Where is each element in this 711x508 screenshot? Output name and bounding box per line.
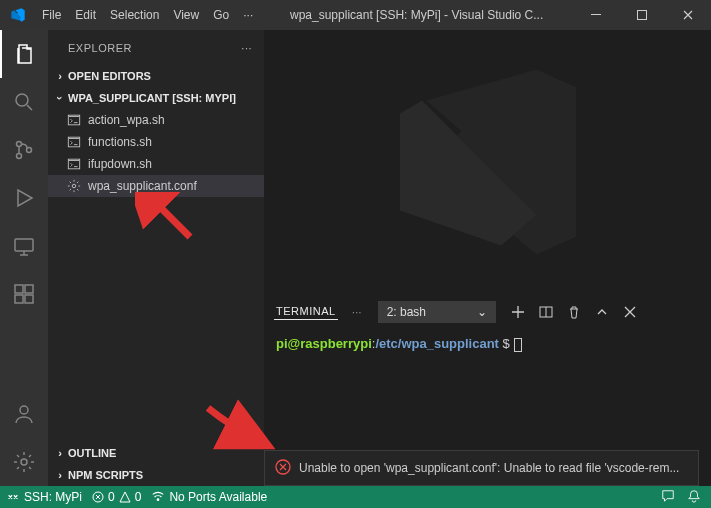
file-name: functions.sh: [88, 135, 152, 149]
vscode-logo-icon: [0, 7, 35, 23]
svg-point-12: [21, 459, 27, 465]
sidebar-title: EXPLORER: [68, 42, 132, 54]
svg-rect-1: [638, 11, 647, 20]
menu-go[interactable]: Go: [206, 0, 236, 30]
warning-count: 0: [135, 490, 142, 504]
chevron-down-icon: ⌄: [477, 305, 487, 319]
new-terminal-button[interactable]: [506, 305, 530, 319]
window-title: wpa_supplicant [SSH: MyPi] - Visual Stud…: [260, 8, 573, 22]
menu-edit[interactable]: Edit: [68, 0, 103, 30]
file-row-selected[interactable]: wpa_supplicant.conf: [48, 175, 264, 197]
shell-file-icon: [66, 135, 82, 149]
open-editors-section[interactable]: › OPEN EDITORS: [48, 65, 264, 87]
explorer-view-icon[interactable]: [0, 30, 48, 78]
file-name: action_wpa.sh: [88, 113, 165, 127]
section-label: OUTLINE: [68, 447, 116, 459]
status-bar: SSH: MyPi 0 0 No Ports Available: [0, 486, 711, 508]
file-row[interactable]: functions.sh: [48, 131, 264, 153]
chevron-right-icon: ›: [52, 70, 68, 82]
terminal-prompt-path: /etc/wpa_supplicant: [375, 336, 499, 351]
notification-text: Unable to open 'wpa_supplicant.conf': Un…: [299, 461, 679, 475]
maximize-button[interactable]: [619, 0, 665, 30]
search-view-icon[interactable]: [0, 78, 48, 126]
tab-terminal[interactable]: TERMINAL: [274, 305, 338, 320]
debug-view-icon[interactable]: [0, 174, 48, 222]
file-row[interactable]: action_wpa.sh: [48, 109, 264, 131]
svg-rect-9: [15, 295, 23, 303]
svg-point-5: [27, 148, 32, 153]
file-tree: action_wpa.sh functions.sh ifupdown.sh w…: [48, 109, 264, 197]
svg-rect-10: [25, 295, 33, 303]
outline-section[interactable]: › OUTLINE: [48, 442, 264, 464]
terminal-selector-label: 2: bash: [387, 305, 426, 319]
settings-gear-icon[interactable]: [0, 438, 48, 486]
svg-rect-6: [15, 239, 33, 251]
file-name: wpa_supplicant.conf: [88, 179, 197, 193]
feedback-icon[interactable]: [661, 489, 675, 506]
svg-point-2: [16, 94, 28, 106]
remote-indicator[interactable]: SSH: MyPi: [6, 490, 82, 504]
terminal-cursor: [514, 338, 522, 352]
chevron-right-icon: ›: [52, 447, 68, 459]
ports-label: No Ports Available: [169, 490, 267, 504]
terminal-prompt-symbol: $: [499, 336, 510, 351]
config-file-icon: [66, 179, 82, 193]
section-label: WPA_SUPPLICANT [SSH: MYPI]: [68, 92, 236, 104]
extensions-view-icon[interactable]: [0, 270, 48, 318]
shell-file-icon: [66, 113, 82, 127]
explorer-sidebar: EXPLORER ··· › OPEN EDITORS › WPA_SUPPLI…: [48, 30, 264, 486]
editor-group: TERMINAL ··· 2: bash ⌄ pi@raspberrypi:/e…: [264, 30, 711, 486]
split-terminal-button[interactable]: [534, 305, 558, 319]
menu-selection[interactable]: Selection: [103, 0, 166, 30]
panel-tabs: TERMINAL ··· 2: bash ⌄: [264, 295, 711, 330]
svg-point-11: [20, 406, 28, 414]
notification-toast[interactable]: Unable to open 'wpa_supplicant.conf': Un…: [264, 450, 699, 486]
svg-rect-7: [15, 285, 23, 293]
menu-bar: File Edit Selection View Go ···: [35, 0, 260, 30]
svg-point-20: [157, 498, 160, 501]
problems-indicator[interactable]: 0 0: [92, 490, 141, 504]
ports-indicator[interactable]: No Ports Available: [151, 490, 267, 504]
file-row[interactable]: ifupdown.sh: [48, 153, 264, 175]
npm-scripts-section[interactable]: › NPM SCRIPTS: [48, 464, 264, 486]
remote-explorer-view-icon[interactable]: [0, 222, 48, 270]
title-bar: File Edit Selection View Go ··· wpa_supp…: [0, 0, 711, 30]
error-count: 0: [108, 490, 115, 504]
editor-empty-state: [264, 30, 711, 294]
svg-point-4: [17, 154, 22, 159]
menu-file[interactable]: File: [35, 0, 68, 30]
activity-bar: [0, 30, 48, 486]
terminal-prompt-user: pi@raspberrypi: [276, 336, 372, 351]
remote-label: SSH: MyPi: [24, 490, 82, 504]
menu-overflow[interactable]: ···: [236, 0, 260, 30]
error-icon: [275, 459, 291, 478]
close-panel-button[interactable]: [618, 306, 642, 318]
terminal-selector[interactable]: 2: bash ⌄: [378, 301, 496, 323]
shell-file-icon: [66, 157, 82, 171]
source-control-view-icon[interactable]: [0, 126, 48, 174]
sidebar-header: EXPLORER ···: [48, 30, 264, 65]
menu-view[interactable]: View: [166, 0, 206, 30]
maximize-panel-button[interactable]: [590, 305, 614, 319]
svg-rect-8: [25, 285, 33, 293]
minimize-button[interactable]: [573, 0, 619, 30]
svg-rect-0: [591, 14, 601, 15]
vscode-watermark-icon: [378, 52, 598, 272]
accounts-icon[interactable]: [0, 390, 48, 438]
window-controls: [573, 0, 711, 30]
section-label: OPEN EDITORS: [68, 70, 151, 82]
close-button[interactable]: [665, 0, 711, 30]
chevron-down-icon: ›: [54, 90, 66, 106]
chevron-right-icon: ›: [52, 469, 68, 481]
svg-point-3: [17, 142, 22, 147]
workspace-section[interactable]: › WPA_SUPPLICANT [SSH: MYPI]: [48, 87, 264, 109]
sidebar-more-icon[interactable]: ···: [241, 42, 252, 54]
kill-terminal-button[interactable]: [562, 305, 586, 319]
panel-overflow-icon[interactable]: ···: [352, 305, 362, 319]
svg-point-16: [72, 184, 76, 188]
bell-icon[interactable]: [687, 489, 701, 506]
file-name: ifupdown.sh: [88, 157, 152, 171]
section-label: NPM SCRIPTS: [68, 469, 143, 481]
